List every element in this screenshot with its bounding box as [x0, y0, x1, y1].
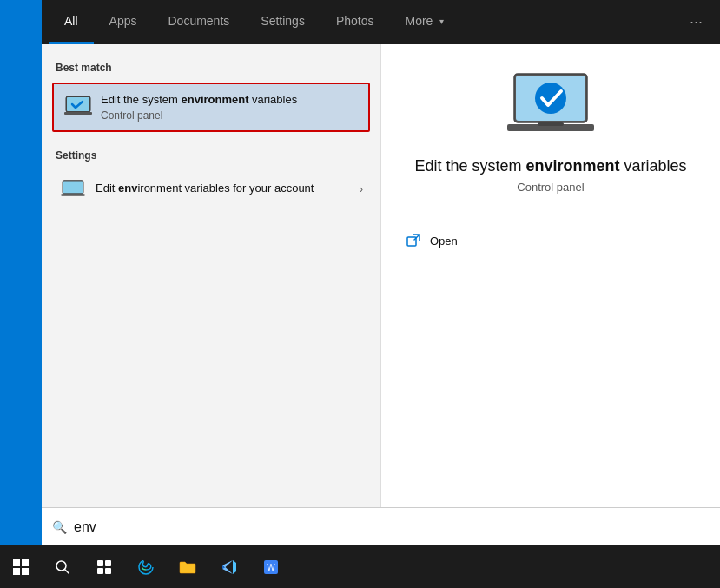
tab-settings[interactable]: Settings	[245, 0, 320, 44]
task-view-icon	[96, 559, 112, 575]
search-icon: 🔍	[52, 520, 67, 534]
svg-rect-2	[64, 112, 92, 115]
svg-rect-18	[105, 568, 111, 574]
svg-point-8	[535, 83, 566, 114]
taskbar-search-button[interactable]	[42, 545, 83, 588]
taskbar-search-icon	[55, 559, 70, 575]
settings-env-item[interactable]: Edit environment variables for your acco…	[49, 168, 373, 210]
best-match-item[interactable]: Edit the system environment variables Co…	[52, 83, 370, 132]
right-title-highlight: environment	[525, 157, 619, 175]
more-options-button[interactable]: ···	[679, 0, 713, 44]
tab-documents-label: Documents	[168, 14, 229, 28]
right-title-suffix: variables	[620, 157, 687, 175]
content-area: Best match Edit the sy	[42, 44, 720, 545]
edge-icon	[137, 558, 155, 576]
task-view-button[interactable]	[83, 545, 125, 588]
tab-settings-label: Settings	[261, 14, 305, 28]
search-input[interactable]	[74, 519, 710, 535]
title-suffix: variables	[249, 93, 298, 106]
svg-text:W: W	[267, 563, 275, 572]
taskbar: W	[0, 545, 720, 588]
tab-more[interactable]: More ▾	[389, 0, 459, 44]
laptop-large-icon	[507, 70, 594, 140]
open-action[interactable]: Open	[399, 229, 703, 252]
edge-button[interactable]	[125, 545, 167, 588]
right-panel: Edit the system environment variables Co…	[380, 44, 720, 545]
file-explorer-button[interactable]	[167, 545, 208, 588]
best-match-subtitle: Control panel	[101, 109, 358, 122]
right-panel-subtitle: Control panel	[517, 181, 584, 194]
title-highlight: environment	[181, 93, 248, 106]
right-panel-title: Edit the system environment variables	[414, 157, 686, 175]
settings-env-text: Edit environment variables for your acco…	[96, 182, 351, 196]
vscode-icon	[221, 558, 238, 576]
svg-rect-17	[97, 568, 103, 574]
best-match-title: Edit the system environment variables	[101, 93, 358, 108]
title-prefix: Edit the system	[101, 93, 181, 106]
settings-env-icon	[59, 175, 87, 203]
chevron-right-icon: ›	[360, 183, 363, 195]
best-match-label: Best match	[42, 55, 380, 79]
tab-documents[interactable]: Documents	[152, 0, 245, 44]
settings-suffix: ironment variables for your account	[137, 182, 314, 195]
vscode-button[interactable]	[208, 545, 250, 588]
svg-line-14	[65, 569, 69, 573]
windows-logo-icon	[13, 559, 29, 575]
search-bar: 🔍	[42, 507, 720, 545]
search-window: All Apps Documents Settings Photos More …	[42, 0, 720, 545]
start-button[interactable]	[0, 545, 42, 588]
tab-apps[interactable]: Apps	[94, 0, 153, 44]
svg-rect-15	[97, 560, 103, 566]
tab-photos[interactable]: Photos	[320, 0, 390, 44]
open-label: Open	[430, 235, 458, 248]
tab-apps-label: Apps	[109, 14, 137, 28]
settings-highlight: env	[118, 182, 137, 195]
control-panel-icon	[64, 93, 92, 121]
settings-prefix: Edit	[96, 182, 118, 195]
open-icon	[406, 233, 421, 248]
left-panel: Best match Edit the sy	[42, 44, 380, 545]
tab-all-label: All	[64, 14, 78, 28]
svg-rect-4	[63, 181, 83, 193]
svg-rect-16	[105, 560, 111, 566]
svg-rect-5	[61, 194, 84, 196]
svg-rect-10	[538, 122, 564, 126]
right-title-prefix: Edit the system	[414, 157, 525, 175]
unknown-app-icon: W	[262, 558, 280, 576]
top-nav: All Apps Documents Settings Photos More …	[42, 0, 720, 44]
tab-all[interactable]: All	[49, 0, 94, 44]
best-match-text: Edit the system environment variables Co…	[101, 93, 358, 122]
tab-photos-label: Photos	[336, 14, 374, 28]
more-dots-icon: ···	[690, 13, 703, 31]
chevron-down-icon: ▾	[439, 17, 444, 26]
divider	[399, 215, 703, 215]
tab-more-label: More	[405, 14, 433, 28]
file-explorer-icon	[179, 559, 196, 575]
left-accent	[0, 0, 42, 545]
settings-label: Settings	[42, 142, 380, 167]
taskbar-item-unknown[interactable]: W	[250, 545, 292, 588]
